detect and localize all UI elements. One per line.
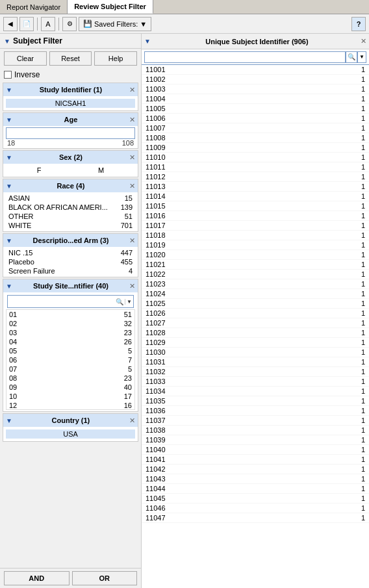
study-site-section: ▼ Study Site...ntifier (40) ✕ 🔍 ▼ 015102…: [3, 279, 138, 412]
right-list-row: 110231: [142, 279, 369, 289]
subject-count: 1: [361, 134, 365, 142]
right-list-row: 110301: [142, 348, 369, 357]
study-identifier-close[interactable]: ✕: [129, 86, 135, 94]
right-close-icon[interactable]: ✕: [361, 37, 366, 45]
site-label: 06: [9, 356, 17, 364]
right-dropdown-arrow[interactable]: ▼: [357, 51, 366, 63]
right-list-row: 110191: [142, 240, 369, 250]
subject-count: 1: [361, 85, 365, 93]
subject-id: 11014: [146, 192, 166, 200]
subject-id: 11030: [146, 348, 166, 356]
subject-id: 11027: [146, 319, 166, 327]
age-close[interactable]: ✕: [129, 116, 135, 124]
right-search-input[interactable]: [144, 51, 346, 63]
subject-count: 1: [361, 407, 365, 415]
desc-label: NIC .15: [8, 249, 32, 257]
subject-count: 1: [361, 105, 365, 112]
site-label: 03: [9, 329, 17, 337]
country-section: ▼ Country (1) ✕ USA: [3, 413, 138, 442]
site-row: 0823: [6, 374, 134, 383]
toolbar-btn-2[interactable]: 📄: [19, 17, 34, 31]
right-list-row: 110121: [142, 172, 369, 182]
site-label: 05: [9, 347, 17, 355]
subject-count: 1: [361, 485, 365, 492]
study-site-search-input[interactable]: [8, 296, 114, 307]
race-content: ASIAN15BLACK OR AFRICAN AMERI...139OTHER…: [3, 192, 138, 231]
subject-id: 11020: [146, 251, 166, 259]
right-list-row: 110461: [142, 504, 369, 513]
right-list-row: 110371: [142, 416, 369, 426]
subject-id: 11026: [146, 309, 166, 317]
description-close[interactable]: ✕: [129, 236, 135, 245]
subject-id: 11038: [146, 426, 166, 434]
race-title: Race (4): [12, 182, 129, 190]
subject-id: 11029: [146, 339, 166, 346]
race-arrow: ▼: [6, 183, 12, 190]
and-button[interactable]: AND: [4, 571, 70, 585]
study-identifier-value: NICSAH1: [6, 99, 135, 108]
subject-id: 11042: [146, 465, 166, 473]
age-min: 18: [7, 139, 15, 147]
age-input[interactable]: [6, 127, 135, 139]
right-list-row: 110341: [142, 387, 369, 396]
right-list-row: 110261: [142, 309, 369, 318]
subject-count: 1: [361, 144, 365, 151]
subject-count: 1: [361, 75, 365, 83]
inverse-checkbox[interactable]: [4, 71, 12, 79]
or-button[interactable]: OR: [72, 571, 138, 585]
site-label: 08: [9, 374, 17, 382]
clear-button[interactable]: Clear: [4, 51, 47, 66]
site-row: 0323: [6, 328, 134, 337]
right-list-row: 110131: [142, 182, 369, 192]
subject-id: 11023: [146, 280, 166, 288]
subject-count: 1: [361, 290, 365, 298]
race-row: BLACK OR AFRICAN AMERI...139: [6, 203, 135, 212]
toolbar-btn-4[interactable]: ⚙: [62, 17, 77, 31]
country-close[interactable]: ✕: [129, 416, 135, 425]
reset-button[interactable]: Reset: [49, 51, 92, 66]
site-label: 12: [9, 402, 17, 409]
subject-count: 1: [361, 124, 365, 132]
right-list-row: 110161: [142, 211, 369, 221]
saved-filters-button[interactable]: 💾 Saved Filters: ▼: [79, 17, 151, 31]
right-list-row: 110021: [142, 75, 369, 84]
right-header-title: Unique Subject Identifier (906): [153, 38, 361, 45]
sex-values-row: F M: [6, 165, 135, 175]
subject-id: 11039: [146, 436, 166, 444]
site-row: 1216: [6, 401, 134, 410]
sex-close[interactable]: ✕: [129, 153, 135, 162]
sex-value-m: M: [98, 166, 104, 174]
inverse-label: Inverse: [14, 70, 40, 79]
age-title: Age: [12, 116, 129, 123]
right-list-row: 110441: [142, 484, 369, 494]
right-list: 1100111100211100311100411100511100611100…: [142, 65, 369, 588]
right-list-row: 110041: [142, 94, 369, 104]
toolbar: ◀ 📄 A ⚙ 💾 Saved Filters: ▼ ?: [0, 14, 369, 34]
toolbar-btn-3[interactable]: A: [41, 17, 55, 31]
age-content: 18 108: [3, 126, 138, 148]
tab-report-navigator[interactable]: Report Navigator: [0, 0, 68, 14]
help-filter-button[interactable]: Help: [94, 51, 137, 66]
tab-review-subject-filter[interactable]: Review Subject Filter: [68, 0, 153, 14]
subject-count: 1: [361, 446, 365, 454]
site-row: 1017: [6, 392, 134, 401]
country-arrow: ▼: [6, 417, 12, 424]
toolbar-btn-1[interactable]: ◀: [3, 17, 18, 31]
subject-id: 11022: [146, 270, 166, 278]
race-close[interactable]: ✕: [129, 182, 135, 190]
subject-id: 11004: [146, 95, 166, 103]
right-list-row: 110431: [142, 474, 369, 484]
right-list-row: 110311: [142, 357, 369, 367]
study-site-close[interactable]: ✕: [129, 282, 135, 290]
subject-id: 11003: [146, 85, 166, 93]
subject-id: 11019: [146, 241, 166, 249]
help-button[interactable]: ?: [351, 17, 366, 31]
race-row: OTHER51: [6, 212, 135, 221]
study-site-dropdown-arrow[interactable]: ▼: [125, 299, 133, 305]
subject-id: 11016: [146, 212, 166, 220]
site-count: 32: [124, 320, 132, 327]
race-count: 139: [121, 203, 133, 211]
right-list-row: 110291: [142, 338, 369, 348]
country-content: USA: [3, 427, 138, 441]
subject-id: 11047: [146, 514, 166, 522]
